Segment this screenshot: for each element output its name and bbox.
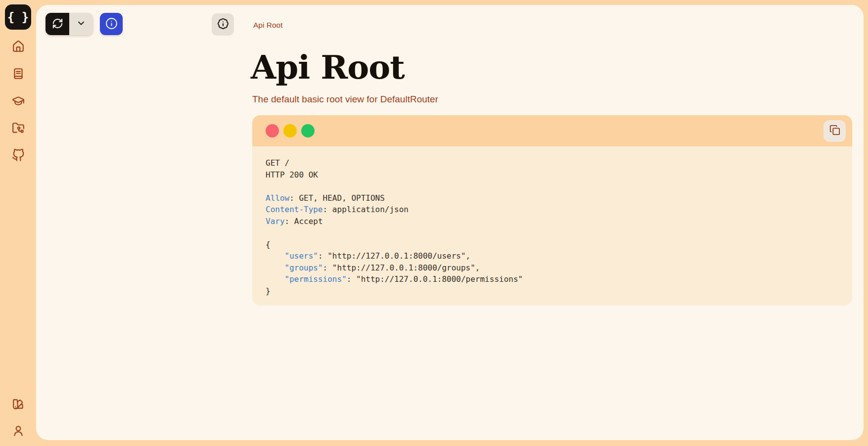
info-button[interactable] [100, 13, 123, 35]
badge-info-button[interactable] [212, 13, 234, 36]
code-line: "permissions": "http://127.0.0.1:8000/pe… [266, 273, 838, 285]
refresh-split-button [46, 13, 93, 35]
sidebar-item-home[interactable] [12, 41, 25, 53]
code-line [266, 227, 838, 239]
refresh-button[interactable] [46, 13, 69, 35]
user-icon [12, 424, 25, 439]
github-icon [12, 149, 25, 163]
code-line: { [266, 239, 838, 251]
terminal-dots [266, 124, 315, 137]
terminal-dot [283, 124, 297, 137]
page-title: Api Root [251, 45, 405, 89]
app-logo[interactable]: { } [5, 4, 31, 30]
swatch-book-icon [12, 398, 25, 412]
code-line [266, 180, 838, 192]
code-line: HTTP 200 OK [266, 169, 838, 181]
refresh-icon [52, 18, 63, 31]
copy-button[interactable] [823, 120, 846, 142]
app-logo-braces: { } [7, 10, 29, 24]
chevron-down-icon [76, 18, 86, 30]
sidebar: { } [0, 0, 36, 446]
info-icon [105, 17, 118, 31]
sidebar-item-docs[interactable] [12, 68, 25, 81]
terminal-header [252, 115, 852, 146]
terminal-dot [301, 124, 315, 137]
sidebar-nav [12, 41, 25, 162]
sidebar-item-theme[interactable] [12, 398, 25, 411]
breadcrumb[interactable]: Api Root [253, 21, 282, 30]
terminal-code: GET /HTTP 200 OK Allow: GET, HEAD, OPTIO… [252, 146, 852, 306]
code-line: "users": "http://127.0.0.1:8000/users", [266, 250, 838, 262]
copy-icon [829, 125, 840, 137]
code-line: Allow: GET, HEAD, OPTIONS [266, 192, 838, 204]
sidebar-item-github[interactable] [12, 149, 25, 162]
sidebar-item-repository[interactable] [12, 122, 25, 135]
notebook-icon [12, 67, 25, 82]
page-subtitle: The default basic root view for DefaultR… [252, 94, 438, 105]
sidebar-item-account[interactable] [12, 425, 25, 438]
code-line: Vary: Accept [266, 216, 838, 227]
refresh-options-button[interactable] [69, 13, 93, 35]
code-line: "groups": "http://127.0.0.1:8000/groups"… [266, 262, 838, 274]
main-panel: Api Root Api Root The default basic root… [36, 5, 864, 440]
graduation-cap-icon [12, 94, 25, 109]
terminal-dot [266, 124, 279, 137]
folder-git-icon [12, 122, 25, 136]
house-icon [12, 40, 25, 54]
sidebar-footer [12, 398, 25, 446]
code-line: Content-Type: application/json [266, 204, 838, 216]
code-line: } [266, 285, 838, 297]
sidebar-item-tutorials[interactable] [12, 95, 25, 108]
code-line: GET / [266, 157, 838, 169]
badge-info-icon [217, 18, 229, 31]
response-terminal: GET /HTTP 200 OK Allow: GET, HEAD, OPTIO… [252, 115, 852, 306]
